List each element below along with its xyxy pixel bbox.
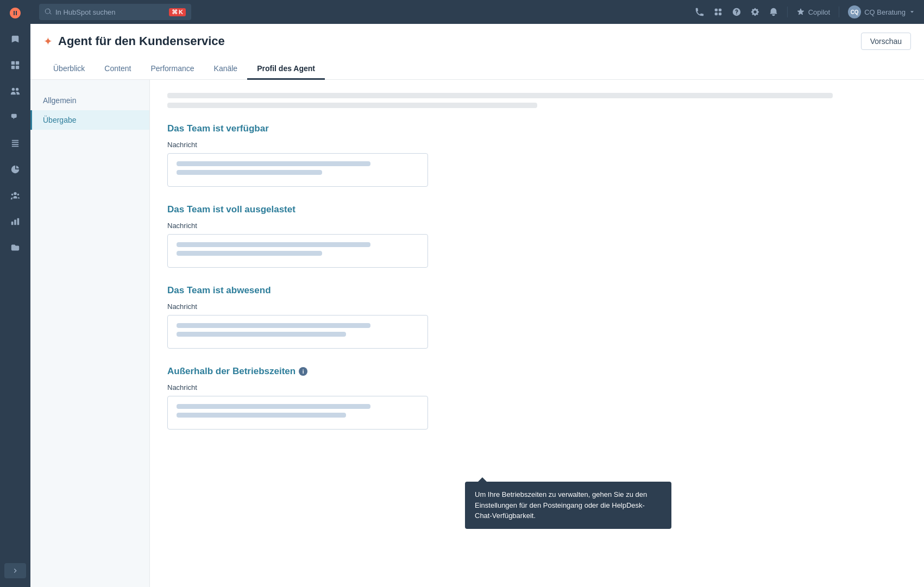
sidebar-item-bookmarks[interactable] [0,26,30,52]
field-label-absent: Nachricht [167,302,907,311]
hubspot-logo[interactable] [0,0,30,26]
sidebar-item-conversations[interactable] [0,104,30,130]
page-title-left: ✦ Agent für den Kundenservice [43,34,225,48]
page-title: Agent für den Kundenservice [58,34,225,48]
message-box-outside[interactable] [167,396,428,430]
section-title-overloaded: Das Team ist voll ausgelastet [167,204,907,215]
svg-rect-2 [11,66,15,69]
tooltip-text: Um Ihre Betriebszeiten zu verwalten, geh… [475,490,647,520]
form-content: Das Team ist verfügbar Nachricht Das Tea… [150,80,924,587]
tooltip-arrow [478,477,487,482]
section-team-available: Das Team ist verfügbar Nachricht [167,123,907,187]
section-title-outside: Außerhalb der Betriebszeiten [167,366,296,377]
page-title-row: ✦ Agent für den Kundenservice Vorschau [43,33,911,50]
main-wrapper: In HubSpot suchen ⌘ K [30,24,924,587]
svg-rect-1 [16,61,19,65]
section-team-absent: Das Team ist abwesend Nachricht [167,285,907,349]
section-nav-allgemein[interactable]: Allgemein [30,91,149,110]
svg-rect-0 [11,61,15,65]
sidebar-item-folder[interactable] [0,235,30,261]
skel-line-7 [177,404,370,409]
tab-performance[interactable]: Performance [141,59,204,80]
section-nav-uebergabe[interactable]: Übergabe [30,110,149,130]
svg-rect-3 [16,66,19,69]
section-nav: Allgemein Übergabe [30,80,150,587]
skel-line-8 [177,413,346,418]
page-header: ✦ Agent für den Kundenservice Vorschau Ü… [30,24,924,80]
skeleton-bar-1 [167,93,833,98]
tooltip-popup: Um Ihre Betriebszeiten zu verwalten, geh… [465,482,671,529]
skeleton-bar-2 [167,103,537,108]
sidebar-item-contacts[interactable] [0,78,30,104]
sidebar-item-reports[interactable] [0,156,30,182]
content-area: Allgemein Übergabe Das Team ist verfügba… [30,80,924,587]
loading-bars-top [167,93,907,108]
sidebar-item-analytics[interactable] [0,209,30,235]
field-label-available: Nachricht [167,141,907,149]
message-box-absent[interactable] [167,315,428,349]
skel-line-4 [177,251,322,256]
tab-ueberblick[interactable]: Überblick [43,59,95,80]
tab-content[interactable]: Content [95,59,141,80]
bolt-icon: ✦ [43,35,53,48]
info-icon[interactable]: i [299,367,307,376]
sidebar-item-list[interactable] [0,130,30,156]
skel-line-5 [177,323,370,328]
skel-line-6 [177,332,346,337]
field-label-outside: Nachricht [167,383,907,392]
section-title-available: Das Team ist verfügbar [167,123,907,134]
skel-line-3 [177,242,370,247]
section-title-absent: Das Team ist abwesend [167,285,907,296]
sidebar-item-people[interactable] [0,182,30,209]
skel-line-2 [177,170,322,175]
sidebar-item-dashboard[interactable] [0,52,30,78]
section-team-overloaded: Das Team ist voll ausgelastet Nachricht [167,204,907,268]
sidebar-expand-button[interactable] [4,563,26,578]
sidebar [0,0,30,587]
section-outside-hours: Außerhalb der Betriebszeiten i Nachricht [167,366,907,430]
skel-line-1 [177,161,370,166]
tab-kanaele[interactable]: Kanäle [204,59,248,80]
preview-button[interactable]: Vorschau [861,33,911,50]
outside-hours-title-row: Außerhalb der Betriebszeiten i [167,366,907,377]
tabs: Überblick Content Performance Kanäle Pro… [43,59,911,79]
message-box-overloaded[interactable] [167,234,428,268]
sidebar-bottom [2,561,28,587]
message-box-available[interactable] [167,153,428,187]
tab-profil-des-agent[interactable]: Profil des Agent [247,59,325,80]
field-label-overloaded: Nachricht [167,222,907,230]
